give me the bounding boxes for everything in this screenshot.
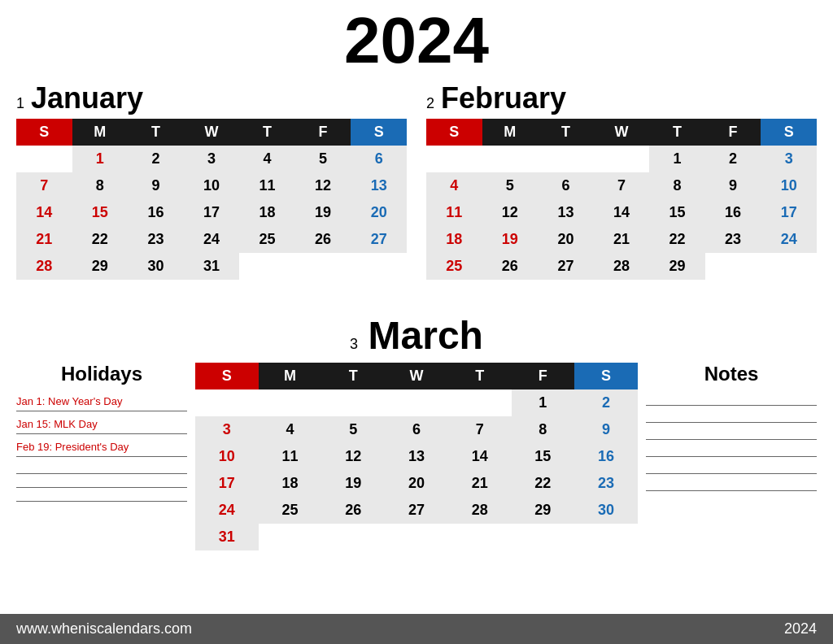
table-row: 11 — [426, 199, 482, 226]
table-row — [321, 524, 385, 550]
table-row: 14 — [448, 443, 512, 470]
february-name: February — [441, 81, 566, 115]
table-row: 27 — [385, 497, 448, 524]
year-heading: 2024 — [344, 8, 489, 73]
table-row — [512, 524, 575, 550]
january-calendar: S M T W T F S 1 2 3 4 5 6 — [16, 119, 407, 280]
table-row: 18 — [239, 199, 295, 226]
table-row: 3 — [195, 416, 259, 443]
table-row: 31 — [184, 253, 240, 280]
note-line-3 — [646, 426, 817, 440]
table-row — [594, 146, 650, 172]
table-row: 13 — [538, 199, 594, 226]
table-row: 26 — [482, 253, 539, 280]
table-row: 23 — [705, 226, 761, 253]
table-row: 19 — [482, 226, 539, 253]
table-row — [239, 253, 295, 280]
mar-header-sun: S — [195, 363, 259, 389]
march-calendar: S M T W T F S — [195, 363, 638, 550]
table-row: 10 — [761, 172, 817, 199]
mar-header-wed: W — [385, 363, 448, 389]
note-line-4 — [646, 443, 817, 457]
table-row: 9 — [574, 416, 638, 443]
top-months-container: 1 January S M T W T F S 1 2 — [0, 81, 833, 280]
table-row: 20 — [538, 226, 594, 253]
table-row: 28 — [594, 253, 650, 280]
table-row: 21 — [16, 226, 72, 253]
holiday-item-3: Feb 19: President's Day — [16, 437, 187, 457]
jan-header-fri: F — [295, 119, 351, 146]
table-row: 29 — [72, 253, 129, 280]
table-row: 10 — [195, 443, 259, 470]
table-row — [448, 524, 512, 550]
table-row: 4 — [259, 416, 322, 443]
table-row — [574, 524, 638, 550]
table-row — [426, 146, 482, 172]
table-row: 23 — [128, 226, 184, 253]
table-row: 1 — [512, 389, 575, 416]
february-number: 2 — [426, 95, 434, 112]
table-row: 13 — [351, 172, 407, 199]
feb-header-thu: T — [649, 119, 705, 146]
table-row: 8 — [512, 416, 575, 443]
table-row: 9 — [128, 172, 184, 199]
table-row: 26 — [321, 497, 385, 524]
table-row — [385, 524, 448, 550]
table-row: 25 — [426, 253, 482, 280]
mar-header-sat: S — [574, 363, 638, 389]
footer-year: 2024 — [784, 620, 817, 637]
table-row: 30 — [128, 253, 184, 280]
table-row: 22 — [512, 470, 575, 497]
table-row: 1 — [649, 146, 705, 172]
table-row: 6 — [385, 416, 448, 443]
table-row: 7 — [448, 416, 512, 443]
table-row — [538, 146, 594, 172]
table-row: 20 — [351, 199, 407, 226]
table-row: 31 — [195, 524, 259, 550]
feb-header-sun: S — [426, 119, 482, 146]
table-row — [295, 253, 351, 280]
mar-header-thu: T — [448, 363, 512, 389]
table-row: 2 — [128, 146, 184, 172]
table-row: 16 — [705, 199, 761, 226]
table-row: 17 — [195, 470, 259, 497]
mar-header-tue: T — [321, 363, 385, 389]
table-row: 21 — [448, 470, 512, 497]
table-row — [351, 253, 407, 280]
table-row — [195, 389, 259, 416]
table-row: 16 — [128, 199, 184, 226]
table-row: 15 — [649, 199, 705, 226]
table-row: 10 — [184, 172, 240, 199]
table-row: 11 — [239, 172, 295, 199]
table-row: 8 — [649, 172, 705, 199]
bottom-layout: Holidays Jan 1: New Year's Day Jan 15: M… — [16, 363, 817, 550]
table-row: 14 — [594, 199, 650, 226]
february-header: 2 February — [426, 81, 817, 115]
note-line-6 — [646, 477, 817, 491]
holiday-line-4 — [16, 460, 187, 474]
feb-header-wed: W — [594, 119, 650, 146]
table-row: 25 — [259, 497, 322, 524]
mar-header-fri: F — [512, 363, 575, 389]
holiday-line-6 — [16, 488, 187, 502]
table-row: 2 — [574, 389, 638, 416]
table-row: 5 — [321, 416, 385, 443]
jan-header-thu: T — [239, 119, 295, 146]
table-row: 24 — [761, 226, 817, 253]
table-row: 24 — [195, 497, 259, 524]
table-row: 29 — [649, 253, 705, 280]
holiday-line-5 — [16, 474, 187, 488]
mar-header-mon: M — [259, 363, 322, 389]
table-row: 11 — [259, 443, 322, 470]
table-row: 18 — [426, 226, 482, 253]
table-row: 17 — [761, 199, 817, 226]
table-row: 2 — [705, 146, 761, 172]
table-row: 27 — [351, 226, 407, 253]
table-row: 12 — [482, 199, 539, 226]
feb-header-mon: M — [482, 119, 539, 146]
table-row: 22 — [649, 226, 705, 253]
note-line-1 — [646, 392, 817, 406]
table-row: 15 — [512, 443, 575, 470]
holidays-section: Holidays Jan 1: New Year's Day Jan 15: M… — [16, 363, 195, 502]
table-row: 6 — [538, 172, 594, 199]
